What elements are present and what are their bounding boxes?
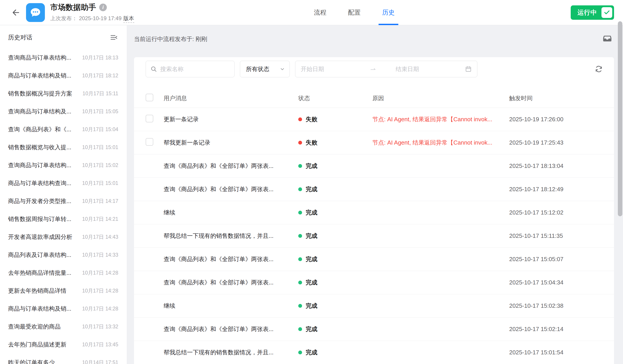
table-row[interactable]: 查询《商品列表》和《全部订单》两张表... 完成 2025-10-17 15:0… bbox=[134, 248, 614, 271]
arrow-right-icon bbox=[370, 66, 376, 72]
status-badge: 失败 bbox=[306, 115, 317, 123]
conversation-item[interactable]: 商品列表及订单表结构...10月17日 14:33 bbox=[0, 246, 127, 264]
chat-bubble-app-icon bbox=[26, 3, 45, 22]
collapse-sidebar-button[interactable] bbox=[109, 33, 119, 42]
refresh-icon bbox=[595, 65, 603, 73]
search-placeholder: 搜索名称 bbox=[160, 65, 184, 73]
history-sidebar: 历史对话 查询商品与订单表结构...10月17日 18:13 商品与订单表结构及… bbox=[0, 25, 127, 364]
table-row[interactable]: 更新一条记录 失败 节点: AI Agent, 结果返回异常【Cannot in… bbox=[134, 108, 614, 131]
status-badge: 完成 bbox=[306, 255, 317, 263]
published-notice: 当前运行中流程发布于: 刚刚 bbox=[134, 35, 207, 43]
status-filter-select[interactable]: 所有状态 bbox=[240, 61, 290, 77]
col-reason: 原因 bbox=[372, 94, 509, 102]
table-row[interactable]: 继续 完成 2025-10-17 15:02:38 bbox=[134, 294, 614, 318]
error-reason: 节点: AI Agent, 结果返回异常【Cannot invok... bbox=[372, 115, 509, 123]
conversation-item[interactable]: 商品与订单表结构及销...10月17日 18:12 bbox=[0, 67, 127, 84]
status-badge: 失败 bbox=[306, 139, 317, 147]
collapse-list-icon bbox=[110, 34, 118, 41]
conversation-item[interactable]: 去年热销商品详情批量...10月17日 14:28 bbox=[0, 264, 127, 282]
conversation-item[interactable]: 查询商品与订单表结构...10月17日 15:02 bbox=[0, 156, 127, 174]
conversation-item[interactable]: 销售数据周报与订单转...10月17日 14:21 bbox=[0, 210, 127, 228]
status-dot bbox=[298, 234, 302, 238]
conversation-item[interactable]: 昨天的订单有多少10月14日 17:51 bbox=[0, 353, 127, 364]
status-dot bbox=[298, 304, 302, 308]
filter-bar: 搜索名称 所有状态 开始日期 结束日期 bbox=[134, 57, 614, 77]
row-checkbox[interactable] bbox=[146, 115, 153, 122]
version-link[interactable]: 版本 bbox=[123, 15, 134, 23]
table-row[interactable]: 帮我更新一条记录 失败 节点: AI Agent, 结果返回异常【Cannot … bbox=[134, 131, 614, 154]
inbox-icon bbox=[602, 34, 612, 43]
table-header: 用户消息 状态 原因 触发时间 bbox=[134, 89, 614, 108]
status-badge: 完成 bbox=[306, 325, 317, 333]
status-badge: 完成 bbox=[306, 232, 317, 240]
history-panel: 当前运行中流程发布于: 刚刚 搜索名称 所有状态 bbox=[127, 25, 623, 364]
conversation-item[interactable]: 查询《商品列表》和《...10月17日 15:04 bbox=[0, 120, 127, 138]
table-row[interactable]: 查询《商品列表》和《全部订单》两张表... 完成 2025-10-17 18:1… bbox=[134, 154, 614, 178]
conversation-item[interactable]: 商品与订单表结构及销...10月17日 14:28 bbox=[0, 300, 127, 318]
conversation-item[interactable]: 去年热门商品描述更新10月17日 13:45 bbox=[0, 336, 127, 353]
status-dot bbox=[298, 281, 302, 284]
status-dot bbox=[298, 327, 302, 331]
status-dot bbox=[298, 351, 302, 354]
tab-flow[interactable]: 流程 bbox=[314, 0, 327, 25]
conversation-list: 查询商品与订单表结构...10月17日 18:13 商品与订单表结构及销...1… bbox=[0, 49, 127, 364]
top-bar: 市场数据助手 i 上次发布： 2025-10-19 17:49 版本 流程 配置… bbox=[0, 0, 623, 25]
tab-config[interactable]: 配置 bbox=[348, 0, 361, 25]
col-trigger-time: 触发时间 bbox=[509, 94, 608, 102]
page-scrollbar-thumb[interactable] bbox=[618, 21, 622, 216]
conversation-item[interactable]: 查询商品与订单表结构...10月17日 18:13 bbox=[0, 49, 127, 67]
search-input[interactable]: 搜索名称 bbox=[146, 61, 235, 77]
runs-card: 搜索名称 所有状态 开始日期 结束日期 bbox=[134, 57, 614, 364]
running-status-button[interactable]: 运行中 bbox=[571, 5, 614, 20]
published-label: 上次发布： bbox=[50, 15, 77, 22]
table-row[interactable]: 帮我总结一下现有的销售数据情况，并且... 完成 2025-10-17 15:1… bbox=[134, 224, 614, 248]
check-toggle[interactable] bbox=[601, 7, 612, 18]
start-date-placeholder: 开始日期 bbox=[301, 65, 370, 73]
back-button[interactable] bbox=[9, 6, 22, 19]
select-all-checkbox[interactable] bbox=[146, 94, 153, 101]
conversation-item[interactable]: 查询最受欢迎的商品10月17日 13:32 bbox=[0, 318, 127, 336]
table-row[interactable]: 查询《商品列表》和《全部订单》两张表... 完成 2025-10-17 18:1… bbox=[134, 178, 614, 201]
col-user-message: 用户消息 bbox=[164, 94, 298, 102]
status-dot bbox=[298, 164, 302, 168]
end-date-placeholder: 结束日期 bbox=[376, 65, 465, 73]
error-reason: 节点: AI Agent, 结果返回异常【Cannot invok... bbox=[372, 139, 509, 147]
chevron-down-icon bbox=[280, 66, 285, 72]
status-badge: 完成 bbox=[306, 302, 317, 310]
col-status: 状态 bbox=[298, 94, 372, 102]
status-badge: 完成 bbox=[306, 185, 317, 193]
info-icon[interactable]: i bbox=[99, 4, 107, 11]
status-badge: 完成 bbox=[306, 279, 317, 286]
table-row[interactable]: 帮我总结一下现有的销售数据情况，并且... 完成 2025-10-17 15:0… bbox=[134, 341, 614, 364]
refresh-button[interactable] bbox=[593, 64, 604, 74]
status-badge: 完成 bbox=[306, 162, 317, 170]
status-badge: 完成 bbox=[306, 209, 317, 217]
date-range-picker[interactable]: 开始日期 结束日期 bbox=[295, 61, 477, 77]
table-row[interactable]: 继续 完成 2025-10-17 15:12:02 bbox=[134, 201, 614, 224]
conversation-item[interactable]: 商品与开发者分类型推...10月17日 14:17 bbox=[0, 192, 127, 210]
tab-history[interactable]: 历史 bbox=[382, 0, 395, 25]
back-arrow-icon bbox=[11, 8, 20, 17]
status-dot bbox=[298, 141, 302, 144]
table-row[interactable]: 查询《商品列表》和《全部订单》两张表... 完成 2025-10-17 15:0… bbox=[134, 271, 614, 294]
conversation-item[interactable]: 商品与订单表结构查询...10月17日 15:01 bbox=[0, 174, 127, 192]
tab-bar: 流程 配置 历史 bbox=[314, 0, 395, 25]
conversation-item[interactable]: 查询商品与订单结构及...10月17日 15:05 bbox=[0, 102, 127, 120]
check-icon bbox=[603, 9, 610, 16]
search-icon bbox=[150, 66, 157, 72]
running-label: 运行中 bbox=[578, 8, 597, 17]
inbox-button[interactable] bbox=[601, 33, 613, 44]
table-row[interactable]: 查询《商品列表》和《全部订单》两张表... 完成 2025-10-17 15:0… bbox=[134, 318, 614, 341]
conversation-item[interactable]: 销售数据概览与收入提...10月17日 15:01 bbox=[0, 138, 127, 156]
conversation-item[interactable]: 更新去年热销商品详情10月17日 14:28 bbox=[0, 282, 127, 300]
calendar-icon[interactable] bbox=[465, 66, 472, 72]
status-dot bbox=[298, 118, 302, 121]
conversation-item[interactable]: 销售数据概况与提升方案10月17日 15:11 bbox=[0, 84, 127, 102]
conversation-item[interactable]: 开发者高退款率成因分析10月17日 14:43 bbox=[0, 228, 127, 246]
status-badge: 完成 bbox=[306, 348, 317, 356]
published-time: 2025-10-19 17:49 bbox=[79, 15, 122, 21]
status-dot bbox=[298, 187, 302, 191]
row-checkbox[interactable] bbox=[146, 138, 153, 146]
status-filter-value: 所有状态 bbox=[246, 65, 269, 73]
status-dot bbox=[298, 257, 302, 261]
